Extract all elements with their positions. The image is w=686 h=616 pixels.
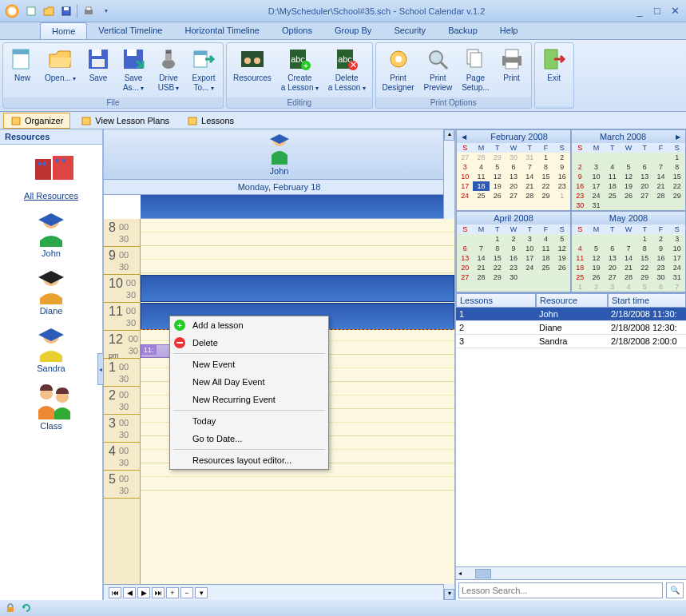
col-starttime[interactable]: Start time	[608, 293, 686, 308]
day-cell[interactable]: 6	[457, 244, 473, 253]
menu-resources-layout-editor-[interactable]: Resources layout editor...	[170, 451, 328, 469]
menu-add-a-lesson[interactable]: +Add a lesson	[170, 316, 328, 334]
subtab-organizer[interactable]: Organizer	[3, 113, 70, 129]
qat-print-icon[interactable]	[81, 4, 96, 18]
qat-open-icon[interactable]	[42, 4, 56, 18]
print-designer-button[interactable]: PrintDesigner	[378, 45, 419, 96]
day-cell[interactable]: 27	[506, 191, 521, 201]
day-cell[interactable]	[669, 201, 685, 210]
day-cell[interactable]: 14	[521, 172, 537, 181]
menutab-help[interactable]: Help	[489, 22, 529, 39]
day-cell[interactable]: 14	[652, 172, 668, 181]
menu-delete[interactable]: Delete	[170, 334, 328, 352]
day-cell[interactable]: 1	[537, 153, 553, 162]
menu-new-event[interactable]: New Event	[170, 356, 328, 373]
day-cell[interactable]: 16	[652, 253, 668, 263]
day-cell[interactable]: 23	[572, 191, 588, 201]
event-block[interactable]	[141, 275, 454, 302]
menutab-home[interactable]: Home	[40, 22, 87, 39]
day-cell[interactable]: 25	[473, 191, 489, 201]
day-cell[interactable]: 3	[669, 234, 685, 244]
menutab-horizontal-timeline[interactable]: Horizontal Timeline	[173, 22, 271, 39]
day-cell[interactable]: 21	[652, 181, 668, 191]
day-cell[interactable]: 22	[537, 181, 553, 191]
export-to--button[interactable]: ExportTo...	[186, 45, 221, 96]
day-cell[interactable]: 28	[652, 191, 668, 201]
day-cell[interactable]: 31	[669, 272, 685, 282]
col-lessons[interactable]: Lessons	[456, 293, 536, 308]
day-cell[interactable]: 10	[521, 244, 537, 253]
resource-john[interactable]: John	[32, 209, 70, 258]
day-cell[interactable]	[457, 234, 473, 244]
day-cell[interactable]: 26	[490, 191, 506, 201]
qat-save-icon[interactable]	[59, 4, 73, 18]
day-cell[interactable]: 19	[588, 263, 604, 272]
day-cell[interactable]: 3	[605, 282, 621, 292]
day-cell[interactable]: 4	[605, 162, 621, 172]
day-cell[interactable]: 23	[506, 263, 521, 272]
day-cell[interactable]: 5	[636, 282, 652, 292]
day-cell[interactable]: 7	[621, 244, 636, 253]
resource-diane[interactable]: Diane	[32, 266, 70, 316]
nav-last-button[interactable]: ⏭	[152, 587, 165, 598]
day-cell[interactable]: 25	[537, 263, 553, 272]
next-month-icon[interactable]: ▶	[672, 133, 684, 141]
day-cell[interactable]	[636, 201, 652, 210]
minical-header[interactable]: March 2008▶	[572, 130, 685, 143]
day-cell[interactable]: 12	[621, 172, 636, 181]
day-cell[interactable]: 19	[490, 181, 506, 191]
open--button[interactable]: Open...	[40, 45, 81, 96]
day-cell[interactable]: 15	[490, 253, 506, 263]
day-cell[interactable]	[652, 201, 668, 210]
menu-new-recurring-event[interactable]: New Recurring Event	[170, 391, 328, 408]
menutab-options[interactable]: Options	[271, 22, 323, 39]
day-cell[interactable]: 15	[537, 172, 553, 181]
day-cell[interactable]: 22	[490, 263, 506, 272]
resources-button[interactable]: Resources	[228, 45, 276, 96]
day-cell[interactable]: 26	[621, 191, 636, 201]
day-cell[interactable]: 9	[652, 244, 668, 253]
qat-dropdown-icon[interactable]: ▾	[99, 4, 113, 18]
day-cell[interactable]: 29	[636, 272, 652, 282]
resource-class[interactable]: Class	[32, 381, 70, 431]
day-cell[interactable]	[605, 201, 621, 210]
day-cell[interactable]	[588, 234, 604, 244]
nav-next-button[interactable]: ▶	[137, 587, 150, 598]
day-cell[interactable]: 21	[621, 263, 636, 272]
day-cell[interactable]: 7	[669, 282, 685, 292]
new-button[interactable]: New	[5, 45, 40, 96]
lock-icon[interactable]	[5, 602, 16, 614]
day-cell[interactable]: 28	[473, 272, 489, 282]
day-cell[interactable]: 20	[457, 263, 473, 272]
menu-today[interactable]: Today	[170, 412, 328, 430]
day-cell[interactable]: 16	[554, 172, 570, 181]
day-cell[interactable]: 8	[537, 162, 553, 172]
menu-go-to-date-[interactable]: Go to Date...	[170, 430, 328, 447]
day-cell[interactable]: 2	[506, 234, 521, 244]
day-cell[interactable]	[537, 272, 553, 282]
day-cell[interactable]: 9	[554, 162, 570, 172]
day-cell[interactable]: 11	[537, 244, 553, 253]
day-cell[interactable]	[621, 153, 636, 162]
menutab-security[interactable]: Security	[383, 22, 437, 39]
day-cell[interactable]: 27	[457, 272, 473, 282]
day-cell[interactable]: 5	[554, 234, 570, 244]
menutab-backup[interactable]: Backup	[437, 22, 489, 39]
day-cell[interactable]: 27	[605, 272, 621, 282]
day-cell[interactable]: 6	[506, 162, 521, 172]
day-cell[interactable]: 28	[521, 191, 537, 201]
day-cell[interactable]: 4	[621, 282, 636, 292]
day-cell[interactable]: 20	[605, 263, 621, 272]
day-cell[interactable]: 5	[588, 244, 604, 253]
nav-first-button[interactable]: ⏮	[109, 587, 121, 598]
collapse-handle[interactable]: ◂	[97, 353, 104, 385]
day-cell[interactable]: 15	[636, 253, 652, 263]
day-cell[interactable]: 11	[572, 253, 588, 263]
day-cell[interactable]	[605, 234, 621, 244]
day-cell[interactable]	[605, 153, 621, 162]
save-as--button[interactable]: SaveAs...	[116, 45, 151, 96]
day-cell[interactable]: 27	[457, 153, 473, 162]
print-preview-button[interactable]: PrintPreview	[419, 45, 458, 96]
day-cell[interactable]: 29	[537, 191, 553, 201]
day-cell[interactable]: 10	[669, 244, 685, 253]
